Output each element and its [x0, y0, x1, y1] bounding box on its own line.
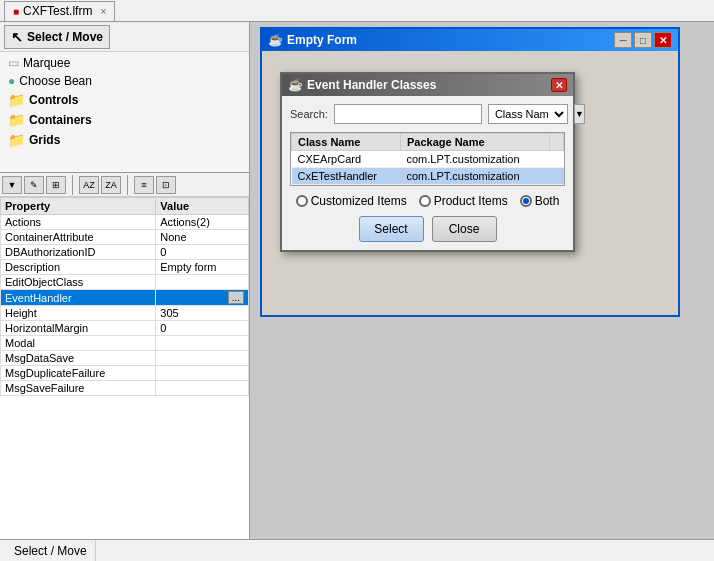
tab-icon: ■ [13, 6, 19, 17]
event-handler-browse-btn[interactable]: ... [228, 291, 244, 304]
right-panel: ☕ Empty Form ─ □ ✕ ☕ Event Handler Class… [250, 22, 714, 539]
properties-table-container: Property Value ActionsActions(2)Containe… [0, 197, 249, 539]
tab-close-icon[interactable]: × [100, 6, 106, 17]
properties-panel: ▼ ✎ ⊞ AZ ZA ≡ ⊡ Property Value [0, 172, 249, 539]
properties-table: Property Value ActionsActions(2)Containe… [0, 197, 249, 396]
radio-product-circle [419, 195, 431, 207]
radio-both-label: Both [535, 194, 560, 208]
props-btn-1[interactable]: ▼ [2, 176, 22, 194]
empty-form-titlebar: ☕ Empty Form ─ □ ✕ [262, 29, 678, 51]
table-row[interactable]: MsgDataSave [1, 351, 249, 366]
bean-icon: ● [8, 74, 15, 88]
grids-label: Grids [29, 133, 60, 147]
table-row[interactable]: DescriptionEmpty form [1, 260, 249, 275]
props-btn-3[interactable]: ⊞ [46, 176, 66, 194]
prop-col-header: Property [1, 198, 156, 215]
tab-bar: ■ CXFTest.lfrm × [0, 0, 714, 22]
table-row[interactable]: ContainerAttributeNone [1, 230, 249, 245]
event-handler-dialog: ☕ Event Handler Classes ✕ Search: Class … [280, 72, 575, 252]
results-scroll-header [550, 134, 564, 151]
radio-both[interactable]: Both [520, 194, 560, 208]
dialog-body: Search: Class Name ▼ Class Name Package … [282, 96, 573, 250]
table-row[interactable]: DBAuthorizationID0 [1, 245, 249, 260]
props-btn-6[interactable]: ≡ [134, 176, 154, 194]
props-separator-2 [127, 175, 128, 195]
table-row[interactable]: CXEArpCardcom.LPT.customization [292, 151, 564, 168]
toolbar: ↖ Select / Move [0, 22, 249, 52]
folder-controls-icon: 📁 [8, 92, 25, 108]
tab-label: CXFTest.lfrm [23, 4, 92, 18]
props-tbody: ActionsActions(2)ContainerAttributeNoneD… [1, 215, 249, 396]
containers-label: Containers [29, 113, 92, 127]
search-input[interactable] [334, 104, 482, 124]
search-type-select[interactable]: Class Name [488, 104, 568, 124]
select-move-arrow-icon: ↖ [11, 29, 23, 45]
table-row[interactable]: EventHandler... [1, 290, 249, 306]
status-bar: Select / Move [0, 539, 714, 561]
win-minimize-btn[interactable]: ─ [614, 32, 632, 48]
select-button[interactable]: Select [359, 216, 424, 242]
tree-folder-grids[interactable]: 📁 Grids [0, 130, 249, 150]
value-col-header: Value [156, 198, 249, 215]
table-row[interactable]: CxETestHandlercom.LPT.customization [292, 168, 564, 185]
radio-customized-circle [296, 195, 308, 207]
dialog-close-btn[interactable]: ✕ [551, 78, 567, 92]
results-table: Class Name Package Name CXEArpCardcom.LP… [291, 133, 564, 185]
props-separator-1 [72, 175, 73, 195]
win-close-btn[interactable]: ✕ [654, 32, 672, 48]
table-row[interactable]: HorizontalMargin0 [1, 321, 249, 336]
results-tbody: CXEArpCardcom.LPT.customizationCxETestHa… [292, 151, 564, 185]
search-dropdown-btn[interactable]: ▼ [574, 104, 585, 124]
radio-customized[interactable]: Customized Items [296, 194, 407, 208]
win-maximize-btn[interactable]: □ [634, 32, 652, 48]
props-toolbar: ▼ ✎ ⊞ AZ ZA ≡ ⊡ [0, 173, 249, 197]
folder-grids-icon: 📁 [8, 132, 25, 148]
tree-item-marquee[interactable]: ▭ Marquee [0, 54, 249, 72]
tree-item-choose-bean[interactable]: ● Choose Bean [0, 72, 249, 90]
close-dialog-button[interactable]: Close [432, 216, 497, 242]
marquee-icon: ▭ [8, 56, 19, 70]
marquee-label: Marquee [23, 56, 70, 70]
choose-bean-label: Choose Bean [19, 74, 92, 88]
table-row[interactable]: Modal [1, 336, 249, 351]
props-btn-5[interactable]: ZA [101, 176, 121, 194]
action-row: Select Close [290, 216, 565, 242]
table-row[interactable]: MsgSaveFailure [1, 381, 249, 396]
radio-product[interactable]: Product Items [419, 194, 508, 208]
results-col2-header: Package Name [400, 134, 549, 151]
search-row: Search: Class Name ▼ [290, 104, 565, 124]
results-container: Class Name Package Name CXEArpCardcom.LP… [290, 132, 565, 186]
table-row[interactable]: MsgDuplicateFailure [1, 366, 249, 381]
table-row[interactable]: Height305 [1, 306, 249, 321]
props-btn-4[interactable]: AZ [79, 176, 99, 194]
results-col1-header: Class Name [292, 134, 401, 151]
dialog-titlebar: ☕ Event Handler Classes ✕ [282, 74, 573, 96]
table-row[interactable]: EditObjectClass [1, 275, 249, 290]
dialog-icon: ☕ [288, 78, 303, 92]
props-btn-2[interactable]: ✎ [24, 176, 44, 194]
props-btn-7[interactable]: ⊡ [156, 176, 176, 194]
select-move-tool[interactable]: ↖ Select / Move [4, 25, 110, 49]
status-label: Select / Move [14, 544, 87, 558]
dialog-title-left: ☕ Event Handler Classes [288, 78, 436, 92]
search-label: Search: [290, 108, 328, 120]
tree-area: ▭ Marquee ● Choose Bean 📁 Controls 📁 Con… [0, 52, 249, 172]
left-panel: ↖ Select / Move ▭ Marquee ● Choose Bean … [0, 22, 250, 539]
select-move-label: Select / Move [27, 30, 103, 44]
radio-product-label: Product Items [434, 194, 508, 208]
controls-label: Controls [29, 93, 78, 107]
table-row[interactable]: ActionsActions(2) [1, 215, 249, 230]
radio-both-circle [520, 195, 532, 207]
win-title-left: ☕ Empty Form [268, 33, 357, 47]
radio-row: Customized Items Product Items Both [290, 194, 565, 208]
main-layout: ↖ Select / Move ▭ Marquee ● Choose Bean … [0, 22, 714, 539]
radio-customized-label: Customized Items [311, 194, 407, 208]
folder-containers-icon: 📁 [8, 112, 25, 128]
empty-form-title: Empty Form [287, 33, 357, 47]
cxftest-tab[interactable]: ■ CXFTest.lfrm × [4, 1, 115, 21]
tree-folder-containers[interactable]: 📁 Containers [0, 110, 249, 130]
dialog-title: Event Handler Classes [307, 78, 436, 92]
tree-folder-controls[interactable]: 📁 Controls [0, 90, 249, 110]
status-text: Select / Move [6, 540, 96, 561]
empty-form-icon: ☕ [268, 33, 283, 47]
